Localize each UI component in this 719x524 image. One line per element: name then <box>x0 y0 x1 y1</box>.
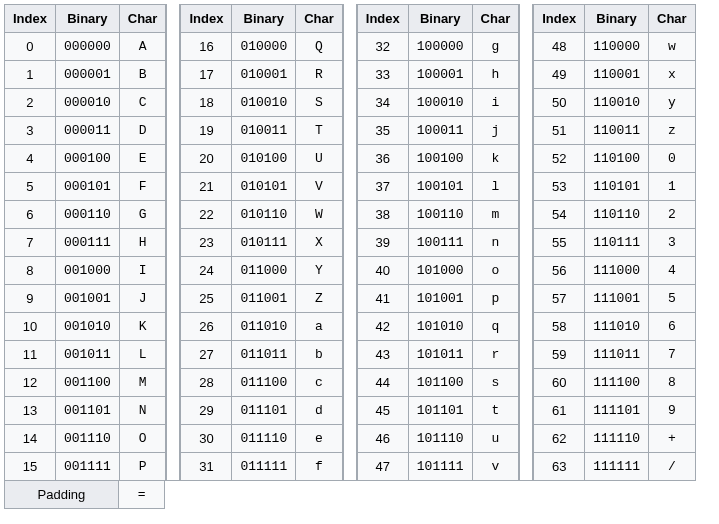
cell-char: 2 <box>649 201 696 229</box>
cell-char: v <box>472 453 519 481</box>
cell-index: 21 <box>181 173 232 201</box>
cell-binary: 100101 <box>408 173 472 201</box>
cell-char: b <box>296 341 343 369</box>
table-row: 2000010C <box>5 89 166 117</box>
table-row: 21010101V <box>181 173 342 201</box>
table-row: 31011111f <box>181 453 342 481</box>
cell-index: 49 <box>534 61 585 89</box>
table-row: 6000110G <box>5 201 166 229</box>
cell-binary: 001110 <box>55 425 119 453</box>
cell-index: 35 <box>357 117 408 145</box>
cell-binary: 000110 <box>55 201 119 229</box>
cell-index: 43 <box>357 341 408 369</box>
cell-index: 53 <box>534 173 585 201</box>
cell-binary: 010010 <box>232 89 296 117</box>
cell-index: 3 <box>5 117 56 145</box>
cell-char: A <box>119 33 166 61</box>
cell-binary: 101001 <box>408 285 472 313</box>
cell-index: 24 <box>181 257 232 285</box>
cell-binary: 000101 <box>55 173 119 201</box>
table-row: 29011101d <box>181 397 342 425</box>
table-row: 16010000Q <box>181 33 342 61</box>
cell-binary: 010111 <box>232 229 296 257</box>
cell-index: 56 <box>534 257 585 285</box>
cell-binary: 001101 <box>55 397 119 425</box>
base64-subtable-3: IndexBinaryChar48110000w49110001x5011001… <box>533 4 695 481</box>
cell-char: M <box>119 369 166 397</box>
cell-index: 18 <box>181 89 232 117</box>
cell-index: 14 <box>5 425 56 453</box>
table-row: 591110117 <box>534 341 695 369</box>
padding-label: Padding <box>4 481 119 509</box>
cell-binary: 010011 <box>232 117 296 145</box>
cell-index: 55 <box>534 229 585 257</box>
cell-binary: 111111 <box>585 453 649 481</box>
cell-char: S <box>296 89 343 117</box>
column-spacer <box>343 4 357 481</box>
cell-index: 25 <box>181 285 232 313</box>
cell-binary: 101111 <box>408 453 472 481</box>
cell-binary: 001100 <box>55 369 119 397</box>
cell-binary: 110011 <box>585 117 649 145</box>
table-row: 47101111v <box>357 453 518 481</box>
table-row: 0000000A <box>5 33 166 61</box>
table-row: 25011001Z <box>181 285 342 313</box>
cell-char: L <box>119 341 166 369</box>
cell-binary: 000001 <box>55 61 119 89</box>
cell-binary: 001000 <box>55 257 119 285</box>
table-row: 581110106 <box>534 313 695 341</box>
cell-binary: 101010 <box>408 313 472 341</box>
cell-char: C <box>119 89 166 117</box>
cell-char: t <box>472 397 519 425</box>
table-row: 32100000g <box>357 33 518 61</box>
cell-char: 8 <box>649 369 696 397</box>
table-row: 551101113 <box>534 229 695 257</box>
cell-char: k <box>472 145 519 173</box>
cell-char: R <box>296 61 343 89</box>
cell-index: 8 <box>5 257 56 285</box>
table-row: 26011010a <box>181 313 342 341</box>
cell-index: 5 <box>5 173 56 201</box>
cell-char: m <box>472 201 519 229</box>
table-row: 62111110+ <box>534 425 695 453</box>
cell-index: 11 <box>5 341 56 369</box>
cell-index: 32 <box>357 33 408 61</box>
cell-char: O <box>119 425 166 453</box>
cell-binary: 110110 <box>585 201 649 229</box>
cell-index: 22 <box>181 201 232 229</box>
table-row: 17010001R <box>181 61 342 89</box>
cell-index: 50 <box>534 89 585 117</box>
cell-binary: 010001 <box>232 61 296 89</box>
cell-index: 17 <box>181 61 232 89</box>
padding-char: = <box>119 481 166 509</box>
cell-binary: 000011 <box>55 117 119 145</box>
cell-binary: 000000 <box>55 33 119 61</box>
table-row: 601111008 <box>534 369 695 397</box>
cell-index: 26 <box>181 313 232 341</box>
cell-binary: 110001 <box>585 61 649 89</box>
cell-char: 9 <box>649 397 696 425</box>
cell-index: 59 <box>534 341 585 369</box>
cell-char: P <box>119 453 166 481</box>
table-row: 33100001h <box>357 61 518 89</box>
cell-binary: 101101 <box>408 397 472 425</box>
cell-index: 40 <box>357 257 408 285</box>
cell-index: 2 <box>5 89 56 117</box>
cell-index: 15 <box>5 453 56 481</box>
cell-char: V <box>296 173 343 201</box>
cell-char: Q <box>296 33 343 61</box>
table-row: 14001110O <box>5 425 166 453</box>
cell-index: 41 <box>357 285 408 313</box>
table-row: 20010100U <box>181 145 342 173</box>
cell-index: 27 <box>181 341 232 369</box>
cell-binary: 000111 <box>55 229 119 257</box>
cell-binary: 001010 <box>55 313 119 341</box>
cell-char: 5 <box>649 285 696 313</box>
cell-index: 0 <box>5 33 56 61</box>
cell-char: h <box>472 61 519 89</box>
cell-char: I <box>119 257 166 285</box>
cell-binary: 110000 <box>585 33 649 61</box>
cell-char: 7 <box>649 341 696 369</box>
cell-index: 58 <box>534 313 585 341</box>
table-row: 8001000I <box>5 257 166 285</box>
